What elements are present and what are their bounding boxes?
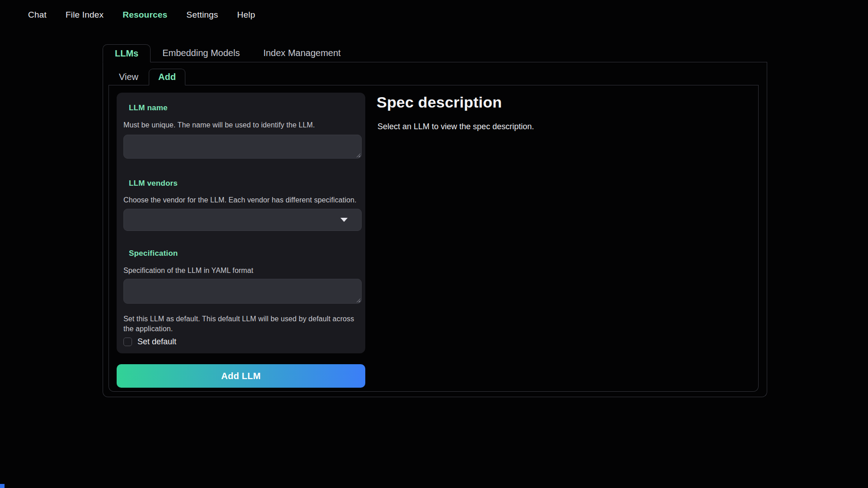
set-default-label: Set default	[137, 337, 176, 347]
add-llm-button[interactable]: Add LLM	[117, 364, 365, 388]
tab-llms[interactable]: LLMs	[103, 44, 151, 62]
llm-vendors-label: LLM vendors	[129, 179, 178, 188]
nav-item-file-index[interactable]: File Index	[66, 10, 104, 20]
llm-vendors-info: Choose the vendor for the LLM. Each vend…	[123, 196, 357, 204]
specification-info: Specification of the LLM in YAML format	[123, 267, 253, 275]
tab-index-management[interactable]: Index Management	[251, 44, 352, 62]
llm-subtab-row: View Add	[108, 69, 759, 85]
llm-name-info: Must be unique. The name will be used to…	[123, 121, 315, 129]
subtab-view[interactable]: View	[108, 69, 149, 85]
spec-description-body: Select an LLM to view the spec descripti…	[377, 122, 534, 131]
llm-vendors-dropdown[interactable]	[123, 209, 362, 231]
nav-item-help[interactable]: Help	[237, 10, 255, 20]
set-default-row: Set default	[123, 337, 176, 347]
nav-item-settings[interactable]: Settings	[186, 10, 218, 20]
llm-name-input[interactable]	[123, 135, 362, 159]
llm-name-label: LLM name	[129, 103, 168, 113]
tab-embedding-models[interactable]: Embedding Models	[151, 44, 251, 62]
specification-input[interactable]	[123, 279, 362, 304]
app-root: Chat File Index Resources Settings Help …	[0, 0, 868, 488]
set-default-info: Set this LLM as default. This default LL…	[123, 314, 359, 334]
set-default-checkbox[interactable]	[123, 338, 132, 346]
nav-item-chat[interactable]: Chat	[28, 10, 47, 20]
spec-description-title: Spec description	[377, 94, 502, 111]
add-llm-form: LLM name Must be unique. The name will b…	[117, 93, 365, 353]
top-navigation: Chat File Index Resources Settings Help	[28, 10, 255, 20]
scrollbar-artifact	[0, 484, 5, 488]
llm-name-field-wrap	[123, 135, 362, 159]
nav-item-resources[interactable]: Resources	[123, 10, 167, 20]
chevron-down-icon	[340, 218, 348, 222]
specification-label: Specification	[129, 249, 178, 258]
specification-field-wrap	[123, 279, 362, 304]
subtab-add[interactable]: Add	[149, 69, 185, 85]
resources-tab-row: LLMs Embedding Models Index Management	[103, 44, 767, 62]
